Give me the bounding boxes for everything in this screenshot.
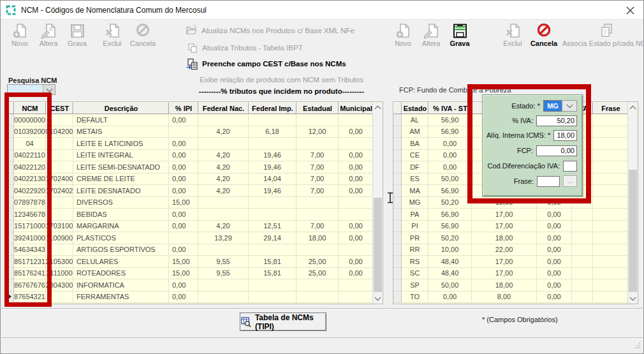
table-cell[interactable] — [46, 197, 73, 209]
table-cell[interactable] — [593, 268, 629, 280]
associa-estado-button[interactable]: Associa Estado p/cada NCM — [562, 22, 644, 47]
table-cell[interactable] — [572, 279, 593, 291]
table-cell[interactable] — [198, 291, 249, 304]
table-cell[interactable]: 15,00 — [169, 268, 198, 280]
table-cell[interactable]: TO — [402, 291, 428, 304]
table-cell[interactable]: 1702400 — [46, 173, 73, 186]
table-cell[interactable]: 18,00 — [472, 197, 537, 209]
table-cell[interactable]: 50,00 — [428, 279, 472, 291]
table-cell[interactable] — [46, 291, 73, 304]
table-cell[interactable] — [198, 279, 249, 291]
table-cell[interactable]: 0,00 — [339, 232, 374, 244]
row-selector[interactable] — [393, 209, 402, 221]
row-selector[interactable] — [6, 126, 14, 138]
table-cell[interactable] — [296, 138, 339, 150]
table-cell[interactable]: 7,00 — [296, 150, 339, 162]
table-cell[interactable]: 0,00 — [428, 150, 472, 162]
table-cell[interactable] — [296, 279, 339, 291]
table-cell[interactable] — [169, 232, 198, 244]
row-selector[interactable] — [393, 185, 402, 197]
table-cell[interactable]: RR — [402, 244, 428, 256]
table-cell[interactable]: 0104200 — [46, 126, 73, 138]
table-cell[interactable]: 85171231 — [14, 256, 46, 268]
table-cell[interactable] — [249, 197, 296, 209]
table-cell[interactable] — [339, 114, 374, 126]
row-selector[interactable] — [6, 185, 14, 197]
row-selector[interactable] — [393, 221, 402, 233]
table-cell[interactable]: 19,46 — [249, 185, 296, 197]
table-cell[interactable]: 10,00 — [428, 244, 472, 256]
table-cell[interactable]: FERRAMENTAS — [73, 291, 169, 304]
table-cell[interactable]: ES — [402, 173, 428, 186]
table-cell[interactable]: 7,00 — [296, 185, 339, 197]
icms-input[interactable]: 18,00 — [553, 130, 577, 141]
scroll-down-button[interactable] — [628, 293, 638, 304]
table-cell[interactable] — [198, 197, 249, 209]
estado-dropdown-button[interactable] — [562, 100, 577, 112]
row-selector[interactable] — [393, 161, 402, 173]
table-cell[interactable]: DIVERSOS — [73, 197, 169, 209]
table-cell[interactable]: 4,20 — [198, 150, 249, 162]
row-selector[interactable] — [6, 291, 14, 304]
row-selector[interactable] — [6, 232, 14, 244]
table-cell[interactable]: PA — [402, 209, 428, 221]
table-cell[interactable] — [46, 150, 73, 162]
table-cell[interactable]: AL — [402, 114, 428, 126]
table-cell[interactable]: 48,40 — [428, 268, 472, 280]
table-cell[interactable]: 12345678 — [14, 209, 46, 221]
exclui-ncm-button[interactable]: Exclui — [99, 22, 126, 47]
table-cell[interactable]: DEFAULT — [73, 114, 169, 126]
table-cell[interactable] — [169, 126, 198, 138]
table-cell[interactable]: 0,00 — [537, 244, 572, 256]
table-cell[interactable]: 2804300 — [46, 279, 73, 291]
table-cell[interactable]: 29,14 — [249, 232, 296, 244]
table-cell[interactable]: 39241000 — [14, 232, 46, 244]
table-cell[interactable]: CREME DE LEITE — [73, 173, 169, 186]
row-selector[interactable] — [393, 138, 402, 150]
table-cell[interactable] — [572, 197, 593, 209]
table-cell[interactable] — [296, 291, 339, 304]
table-cell[interactable] — [46, 138, 73, 150]
table-cell[interactable] — [572, 268, 593, 280]
table-cell[interactable]: 0,00 — [339, 268, 374, 280]
table-cell[interactable]: LEITE INTEGRAL — [73, 150, 169, 162]
table-cell[interactable]: 22,00 — [472, 244, 537, 256]
estado-combobox[interactable]: MG — [543, 100, 577, 112]
grava-estado-button[interactable]: Grava — [447, 22, 472, 47]
table-cell[interactable]: PI — [402, 221, 428, 233]
table-cell[interactable]: 0,00 — [537, 291, 572, 304]
table-cell[interactable]: 15,81 — [249, 256, 296, 268]
table-cell[interactable]: 17,00 — [472, 268, 537, 280]
row-selector[interactable] — [6, 150, 14, 162]
table-cell[interactable]: 85176241 — [14, 268, 46, 280]
table-cell[interactable]: 15,81 — [249, 268, 296, 280]
table-cell[interactable]: 18,00 — [472, 232, 537, 244]
table-cell[interactable] — [339, 197, 374, 209]
table-cell[interactable]: 14,04 — [249, 173, 296, 186]
table-cell[interactable]: 4,20 — [198, 221, 249, 233]
table-cell[interactable]: DF — [402, 161, 428, 173]
table-cell[interactable]: RS — [402, 256, 428, 268]
row-selector[interactable] — [393, 232, 402, 244]
cod-diferenciacao-input[interactable] — [563, 161, 577, 172]
resize-grip[interactable] — [634, 339, 641, 351]
table-cell[interactable]: 17,00 — [472, 221, 537, 233]
table-cell[interactable]: 12,00 — [296, 126, 339, 138]
table-cell[interactable]: 0,00 — [537, 209, 572, 221]
scroll-down-button[interactable] — [373, 293, 383, 304]
table-cell[interactable] — [198, 114, 249, 126]
table-cell[interactable]: 0,00 — [537, 268, 572, 280]
action-atualiza-tributos[interactable]: Atualiza Tributos - Tabela IBPT — [187, 42, 303, 54]
row-selector[interactable] — [393, 114, 402, 126]
table-cell[interactable]: 0,00 — [428, 161, 472, 173]
table-cell[interactable]: 19,46 — [249, 161, 296, 173]
table-cell[interactable] — [249, 209, 296, 221]
table-cell[interactable] — [198, 138, 249, 150]
table-cell[interactable]: 18,00 — [296, 232, 339, 244]
fcp-input[interactable]: 0,00 — [536, 145, 577, 156]
table-cell[interactable]: 13,29 — [198, 232, 249, 244]
table-cell[interactable]: 17,00 — [472, 209, 537, 221]
table-cell[interactable] — [593, 161, 629, 173]
table-cell[interactable]: BA — [402, 138, 428, 150]
table-cell[interactable]: 0,00 — [537, 221, 572, 233]
